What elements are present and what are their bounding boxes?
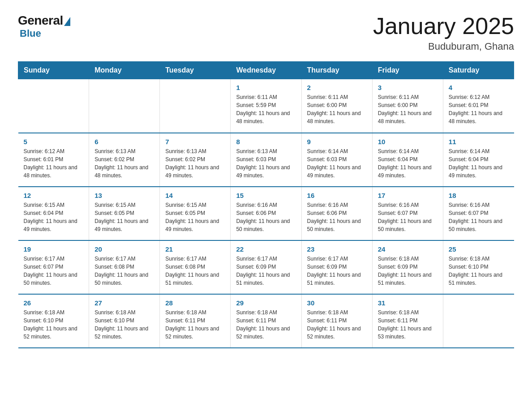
day-info: Sunrise: 6:16 AM Sunset: 6:06 PM Dayligh… bbox=[236, 201, 296, 233]
calendar-cell bbox=[160, 79, 231, 133]
day-number: 5 bbox=[24, 138, 84, 146]
calendar-week-row: 5Sunrise: 6:12 AM Sunset: 6:01 PM Daylig… bbox=[18, 133, 514, 187]
day-info: Sunrise: 6:17 AM Sunset: 6:09 PM Dayligh… bbox=[307, 255, 367, 287]
calendar-cell: 18Sunrise: 6:16 AM Sunset: 6:07 PM Dayli… bbox=[443, 187, 514, 240]
logo-general-text: General bbox=[18, 13, 63, 28]
day-info: Sunrise: 6:14 AM Sunset: 6:04 PM Dayligh… bbox=[378, 147, 438, 180]
day-number: 26 bbox=[24, 299, 84, 307]
calendar-cell: 20Sunrise: 6:17 AM Sunset: 6:08 PM Dayli… bbox=[89, 240, 160, 294]
calendar-cell: 15Sunrise: 6:16 AM Sunset: 6:06 PM Dayli… bbox=[231, 187, 301, 240]
calendar-cell: 25Sunrise: 6:18 AM Sunset: 6:10 PM Dayli… bbox=[443, 240, 514, 294]
calendar-week-row: 19Sunrise: 6:17 AM Sunset: 6:07 PM Dayli… bbox=[18, 240, 514, 294]
col-wednesday: Wednesday bbox=[231, 62, 301, 79]
calendar-cell: 21Sunrise: 6:17 AM Sunset: 6:08 PM Dayli… bbox=[160, 240, 231, 294]
day-number: 3 bbox=[378, 84, 438, 91]
day-info: Sunrise: 6:16 AM Sunset: 6:06 PM Dayligh… bbox=[307, 201, 367, 233]
day-info: Sunrise: 6:11 AM Sunset: 5:59 PM Dayligh… bbox=[236, 93, 296, 125]
day-info: Sunrise: 6:12 AM Sunset: 6:01 PM Dayligh… bbox=[449, 93, 509, 125]
col-tuesday: Tuesday bbox=[160, 62, 231, 79]
day-number: 2 bbox=[307, 84, 367, 91]
calendar-cell: 7Sunrise: 6:13 AM Sunset: 6:02 PM Daylig… bbox=[160, 133, 231, 187]
day-number: 1 bbox=[236, 84, 296, 91]
day-info: Sunrise: 6:11 AM Sunset: 6:00 PM Dayligh… bbox=[378, 93, 438, 125]
day-info: Sunrise: 6:18 AM Sunset: 6:11 PM Dayligh… bbox=[378, 308, 438, 341]
day-number: 15 bbox=[236, 192, 296, 199]
logo-blue-text: Blue bbox=[20, 28, 41, 39]
day-info: Sunrise: 6:11 AM Sunset: 6:00 PM Dayligh… bbox=[307, 93, 367, 125]
calendar-cell: 22Sunrise: 6:17 AM Sunset: 6:09 PM Dayli… bbox=[231, 240, 301, 294]
calendar-title: January 2025 bbox=[373, 13, 514, 39]
col-thursday: Thursday bbox=[301, 62, 372, 79]
day-info: Sunrise: 6:13 AM Sunset: 6:02 PM Dayligh… bbox=[165, 147, 225, 180]
calendar-week-row: 1Sunrise: 6:11 AM Sunset: 5:59 PM Daylig… bbox=[18, 79, 514, 133]
day-info: Sunrise: 6:15 AM Sunset: 6:05 PM Dayligh… bbox=[94, 201, 154, 233]
calendar-header: Sunday Monday Tuesday Wednesday Thursday… bbox=[18, 62, 514, 79]
day-number: 18 bbox=[449, 192, 509, 199]
day-number: 14 bbox=[165, 192, 225, 199]
day-info: Sunrise: 6:15 AM Sunset: 6:05 PM Dayligh… bbox=[165, 201, 225, 233]
calendar-week-row: 12Sunrise: 6:15 AM Sunset: 6:04 PM Dayli… bbox=[18, 187, 514, 240]
day-info: Sunrise: 6:15 AM Sunset: 6:04 PM Dayligh… bbox=[24, 201, 84, 233]
calendar-body: 1Sunrise: 6:11 AM Sunset: 5:59 PM Daylig… bbox=[18, 79, 514, 348]
day-info: Sunrise: 6:18 AM Sunset: 6:10 PM Dayligh… bbox=[94, 308, 154, 341]
col-sunday: Sunday bbox=[18, 62, 89, 79]
calendar-cell: 23Sunrise: 6:17 AM Sunset: 6:09 PM Dayli… bbox=[301, 240, 372, 294]
day-info: Sunrise: 6:12 AM Sunset: 6:01 PM Dayligh… bbox=[24, 147, 84, 180]
day-info: Sunrise: 6:17 AM Sunset: 6:07 PM Dayligh… bbox=[24, 255, 84, 287]
calendar-cell: 3Sunrise: 6:11 AM Sunset: 6:00 PM Daylig… bbox=[372, 79, 443, 133]
day-number: 24 bbox=[378, 245, 438, 253]
page-header: General Blue January 2025 Buduburam, Gha… bbox=[18, 13, 514, 52]
calendar-cell: 5Sunrise: 6:12 AM Sunset: 6:01 PM Daylig… bbox=[18, 133, 89, 187]
day-number: 17 bbox=[378, 192, 438, 199]
day-info: Sunrise: 6:18 AM Sunset: 6:10 PM Dayligh… bbox=[449, 255, 509, 287]
calendar-cell: 16Sunrise: 6:16 AM Sunset: 6:06 PM Dayli… bbox=[301, 187, 372, 240]
logo: General Blue bbox=[18, 13, 70, 39]
day-number: 10 bbox=[378, 138, 438, 146]
calendar-subtitle: Buduburam, Ghana bbox=[373, 41, 514, 52]
day-number: 21 bbox=[165, 245, 225, 253]
calendar-cell bbox=[89, 79, 160, 133]
calendar-cell: 12Sunrise: 6:15 AM Sunset: 6:04 PM Dayli… bbox=[18, 187, 89, 240]
calendar-cell: 17Sunrise: 6:16 AM Sunset: 6:07 PM Dayli… bbox=[372, 187, 443, 240]
calendar-cell: 6Sunrise: 6:13 AM Sunset: 6:02 PM Daylig… bbox=[89, 133, 160, 187]
calendar-table: Sunday Monday Tuesday Wednesday Thursday… bbox=[18, 61, 514, 348]
title-block: January 2025 Buduburam, Ghana bbox=[373, 13, 514, 52]
calendar-cell bbox=[18, 79, 89, 133]
calendar-cell: 24Sunrise: 6:18 AM Sunset: 6:09 PM Dayli… bbox=[372, 240, 443, 294]
calendar-cell: 1Sunrise: 6:11 AM Sunset: 5:59 PM Daylig… bbox=[231, 79, 301, 133]
day-number: 8 bbox=[236, 138, 296, 146]
day-info: Sunrise: 6:18 AM Sunset: 6:11 PM Dayligh… bbox=[165, 308, 225, 341]
day-number: 31 bbox=[378, 299, 438, 307]
day-info: Sunrise: 6:17 AM Sunset: 6:08 PM Dayligh… bbox=[94, 255, 154, 287]
day-number: 28 bbox=[165, 299, 225, 307]
day-number: 9 bbox=[307, 138, 367, 146]
day-number: 16 bbox=[307, 192, 367, 199]
calendar-cell: 19Sunrise: 6:17 AM Sunset: 6:07 PM Dayli… bbox=[18, 240, 89, 294]
day-info: Sunrise: 6:16 AM Sunset: 6:07 PM Dayligh… bbox=[378, 201, 438, 233]
day-number: 20 bbox=[94, 245, 154, 253]
day-number: 27 bbox=[94, 299, 154, 307]
calendar-cell: 13Sunrise: 6:15 AM Sunset: 6:05 PM Dayli… bbox=[89, 187, 160, 240]
day-info: Sunrise: 6:17 AM Sunset: 6:08 PM Dayligh… bbox=[165, 255, 225, 287]
col-friday: Friday bbox=[372, 62, 443, 79]
day-info: Sunrise: 6:18 AM Sunset: 6:10 PM Dayligh… bbox=[24, 308, 84, 341]
calendar-cell: 28Sunrise: 6:18 AM Sunset: 6:11 PM Dayli… bbox=[160, 294, 231, 348]
day-number: 12 bbox=[24, 192, 84, 199]
calendar-cell: 29Sunrise: 6:18 AM Sunset: 6:11 PM Dayli… bbox=[231, 294, 301, 348]
header-row: Sunday Monday Tuesday Wednesday Thursday… bbox=[18, 62, 514, 79]
day-number: 22 bbox=[236, 245, 296, 253]
calendar-cell: 30Sunrise: 6:18 AM Sunset: 6:11 PM Dayli… bbox=[301, 294, 372, 348]
day-number: 13 bbox=[94, 192, 154, 199]
day-number: 19 bbox=[24, 245, 84, 253]
calendar-cell: 14Sunrise: 6:15 AM Sunset: 6:05 PM Dayli… bbox=[160, 187, 231, 240]
calendar-cell: 26Sunrise: 6:18 AM Sunset: 6:10 PM Dayli… bbox=[18, 294, 89, 348]
calendar-cell bbox=[443, 294, 514, 348]
day-number: 23 bbox=[307, 245, 367, 253]
calendar-cell: 4Sunrise: 6:12 AM Sunset: 6:01 PM Daylig… bbox=[443, 79, 514, 133]
day-info: Sunrise: 6:14 AM Sunset: 6:03 PM Dayligh… bbox=[307, 147, 367, 180]
calendar-cell: 10Sunrise: 6:14 AM Sunset: 6:04 PM Dayli… bbox=[372, 133, 443, 187]
day-info: Sunrise: 6:18 AM Sunset: 6:09 PM Dayligh… bbox=[378, 255, 438, 287]
col-monday: Monday bbox=[89, 62, 160, 79]
day-number: 29 bbox=[236, 299, 296, 307]
day-number: 7 bbox=[165, 138, 225, 146]
